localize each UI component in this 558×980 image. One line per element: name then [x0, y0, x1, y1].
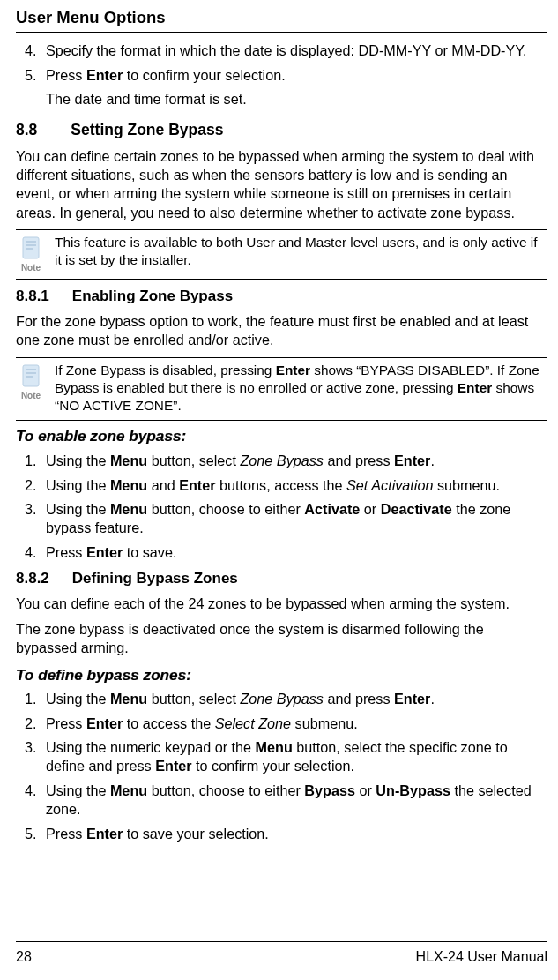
note-icon: Note — [16, 362, 46, 401]
note-label: Note — [21, 390, 41, 401]
heading-8-8-2: 8.8.2 Defining Bypass Zones — [16, 569, 547, 588]
list-item: Using the Menu button, select Zone Bypas… — [41, 690, 547, 708]
svg-rect-5 — [26, 369, 36, 370]
list-item: Using the Menu button, choose to either … — [41, 782, 547, 819]
procedure-title: To enable zone bypass: — [16, 426, 547, 446]
heading-text: Setting Zone Bypass — [71, 120, 223, 140]
body-paragraph: You can define certain zones to be bypas… — [16, 147, 547, 223]
svg-rect-7 — [26, 376, 33, 378]
page-title: User Menu Options — [16, 7, 547, 33]
list-item-text: Specify the format in which the date is … — [46, 41, 547, 60]
body-paragraph: You can define each of the 24 zones to b… — [16, 595, 547, 613]
svg-rect-6 — [26, 372, 36, 374]
heading-8-8: 8.8 Setting Zone Bypass — [16, 120, 547, 140]
top-ordered-list: Specify the format in which the date is … — [16, 41, 547, 108]
procedure-list-2: Using the Menu button, select Zone Bypas… — [16, 690, 547, 843]
doc-title: HLX-24 User Manual — [416, 947, 547, 966]
list-item: Press Enter to confirm your selection. T… — [41, 66, 547, 109]
procedure-list-1: Using the Menu button, select Zone Bypas… — [16, 452, 547, 562]
procedure-title: To define bypass zones: — [16, 665, 547, 685]
note-text: This feature is available to both User a… — [55, 234, 547, 270]
page-number: 28 — [16, 947, 32, 966]
note-block: Note This feature is available to both U… — [16, 234, 547, 273]
heading-number: 8.8 — [16, 120, 37, 140]
body-paragraph: For the zone bypass option to work, the … — [16, 312, 547, 350]
list-item: Press Enter to save. — [41, 543, 547, 562]
heading-number: 8.8.2 — [16, 569, 49, 588]
list-item: Using the Menu and Enter buttons, access… — [41, 476, 547, 495]
note-label: Note — [21, 262, 41, 273]
list-item: Specify the format in which the date is … — [41, 41, 547, 60]
list-item: Using the Menu button, choose to either … — [41, 500, 547, 538]
body-paragraph: The zone bypass is deactivated once the … — [16, 620, 547, 658]
divider — [16, 420, 547, 421]
list-item-subtext: The date and time format is set. — [46, 90, 547, 108]
divider — [16, 229, 547, 230]
list-item-text: Press Enter to confirm your selection. — [46, 66, 547, 85]
svg-rect-3 — [26, 248, 33, 250]
heading-number: 8.8.1 — [16, 287, 49, 306]
divider — [16, 357, 547, 358]
heading-text: Defining Bypass Zones — [72, 569, 238, 588]
divider — [16, 279, 547, 280]
svg-rect-1 — [26, 241, 36, 243]
page-footer: 28 HLX-24 User Manual — [16, 941, 547, 966]
heading-8-8-1: 8.8.1 Enabling Zone Bypass — [16, 287, 547, 306]
heading-text: Enabling Zone Bypass — [72, 287, 233, 306]
list-item: Press Enter to access the Select Zone su… — [41, 714, 547, 733]
note-text: If Zone Bypass is disabled, pressing Ent… — [55, 362, 547, 415]
list-item: Using the numeric keypad or the Menu but… — [41, 738, 547, 776]
list-item: Press Enter to save your selection. — [41, 825, 547, 843]
note-icon: Note — [16, 234, 46, 273]
note-block: Note If Zone Bypass is disabled, pressin… — [16, 362, 547, 415]
svg-rect-2 — [26, 244, 36, 246]
list-item: Using the Menu button, select Zone Bypas… — [41, 452, 547, 470]
